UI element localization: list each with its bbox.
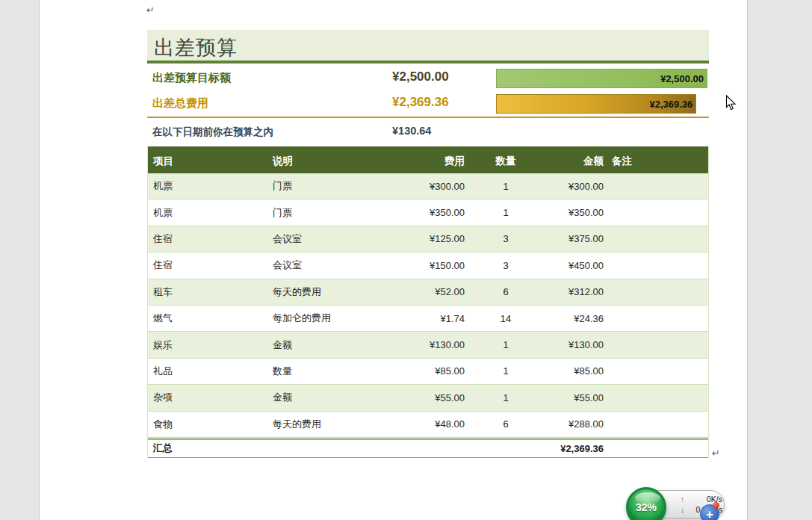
- table-row: 机票门票¥350.001¥350.00: [148, 199, 708, 226]
- table-body: 机票门票¥300.001¥300.00机票门票¥350.001¥350.00住宿…: [148, 173, 708, 438]
- budget-total-row: 出差总费用 ¥2,369.36 ¥2,369.36: [147, 93, 709, 115]
- budget-remaining-row: 在以下日期前你在预算之内 ¥130.64: [147, 123, 709, 140]
- cell-desc: 金额: [267, 338, 394, 352]
- cell-qty: 3: [465, 233, 547, 244]
- cell-desc: 会议室: [267, 232, 394, 246]
- cell-qty: 14: [465, 313, 547, 324]
- col-header-item: 项目: [148, 155, 267, 173]
- cell-item: 住宿: [148, 232, 267, 246]
- col-header-cost: 费用: [394, 155, 465, 173]
- download-arrow-icon: ↓: [681, 504, 684, 515]
- page-title: 出差预算: [154, 34, 238, 61]
- cell-amount: ¥450.00: [547, 260, 604, 271]
- cell-desc: 数量: [267, 365, 394, 378]
- budget-target-value: ¥2,500.00: [392, 69, 449, 84]
- budget-total-bar-label: ¥2,369.36: [649, 99, 692, 110]
- notification-dot-icon: [713, 502, 719, 509]
- cell-amount: ¥300.00: [547, 181, 604, 192]
- cell-desc: 每天的费用: [267, 418, 394, 431]
- paragraph-mark-top: ↵: [146, 5, 155, 15]
- col-header-amount: 金额: [547, 155, 604, 173]
- mouse-cursor: [725, 95, 737, 114]
- cell-cost: ¥48.00: [394, 418, 465, 430]
- budget-target-row: 出差预算目标额 ¥2,500.00 ¥2,500.00: [147, 67, 709, 90]
- total-row-label: 汇总: [148, 442, 267, 455]
- document-page: ↵ 出差预算 出差预算目标额 ¥2,500.00 ¥2,500.00 出差总费用…: [39, 0, 748, 520]
- table-row: 娱乐金额¥130.001¥130.00: [148, 332, 708, 358]
- cell-cost: ¥1.74: [394, 313, 465, 324]
- budget-remaining-value: ¥130.64: [392, 125, 431, 137]
- cell-qty: 6: [465, 418, 547, 430]
- cell-qty: 3: [465, 260, 547, 271]
- cell-item: 租车: [148, 285, 267, 299]
- table-row: 租车每天的费用¥52.006¥312.00: [148, 279, 708, 306]
- title-band: 出差预算: [147, 30, 709, 64]
- cell-cost: ¥125.00: [394, 233, 465, 244]
- col-header-desc: 说明: [267, 155, 394, 173]
- cell-amount: ¥375.00: [547, 233, 604, 244]
- cell-item: 燃气: [148, 312, 267, 325]
- upload-arrow-icon: ↑: [681, 494, 684, 504]
- cell-desc: 门票: [267, 206, 394, 220]
- ball-gloss-highlight: [635, 492, 660, 504]
- budget-target-bar-label: ¥2,500.00: [660, 73, 704, 84]
- col-header-qty: 数量: [465, 155, 547, 173]
- cell-amount: ¥350.00: [547, 207, 604, 218]
- paragraph-mark-bottom: ↵: [712, 448, 720, 458]
- table-row: 机票门票¥300.001¥300.00: [148, 173, 708, 199]
- cell-qty: 6: [465, 286, 547, 297]
- table-header-row: 项目 说明 费用 数量 金额 备注: [148, 146, 708, 173]
- budget-total-value: ¥2,369.36: [392, 95, 449, 110]
- cell-amount: ¥55.00: [547, 392, 604, 403]
- cell-cost: ¥350.00: [394, 207, 465, 218]
- cell-desc: 每加仑的费用: [267, 312, 394, 325]
- budget-total-databar: ¥2,369.36: [496, 94, 696, 114]
- table-row: 住宿会议室¥125.003¥375.00: [148, 226, 708, 253]
- total-row-amount: ¥2,369.36: [547, 443, 604, 454]
- cell-cost: ¥85.00: [394, 365, 465, 377]
- cell-cost: ¥52.00: [394, 286, 465, 297]
- budget-target-databar: ¥2,500.00: [496, 69, 707, 88]
- cell-desc: 金额: [267, 391, 394, 404]
- cell-item: 礼品: [148, 365, 267, 378]
- table-row: 杂项金额¥55.001¥55.00: [148, 385, 708, 411]
- cell-qty: 1: [465, 339, 547, 350]
- cell-desc: 每天的费用: [267, 285, 394, 299]
- table-total-row: 汇总 ¥2,369.36: [148, 438, 708, 458]
- cell-item: 住宿: [148, 259, 267, 272]
- cell-desc: 会议室: [267, 259, 394, 272]
- plus-icon: +: [706, 507, 713, 520]
- budget-total-label: 出差总费用: [152, 96, 208, 111]
- budget-target-bar-track: ¥2,500.00: [496, 69, 707, 88]
- cell-qty: 1: [465, 392, 547, 403]
- widget-add-button[interactable]: +: [700, 504, 719, 520]
- cell-cost: ¥150.00: [394, 260, 465, 271]
- cell-cost: ¥55.00: [394, 392, 465, 403]
- cell-cost: ¥130.00: [394, 339, 465, 350]
- table-row: 住宿会议室¥150.003¥450.00: [148, 253, 708, 279]
- cell-item: 食物: [148, 418, 267, 431]
- cell-amount: ¥288.00: [547, 418, 604, 430]
- budget-target-label: 出差预算目标额: [152, 71, 231, 85]
- cell-qty: 1: [465, 181, 547, 192]
- table-row: 燃气每加仑的费用¥1.7414¥24.36: [148, 306, 708, 332]
- cell-amount: ¥130.00: [547, 339, 604, 350]
- cell-item: 机票: [148, 179, 267, 193]
- cell-amount: ¥85.00: [547, 365, 604, 377]
- cell-item: 娱乐: [148, 338, 267, 352]
- table-row: 礼品数量¥85.001¥85.00: [148, 359, 708, 385]
- cell-amount: ¥312.00: [547, 286, 604, 297]
- cell-item: 机票: [148, 206, 267, 220]
- cell-amount: ¥24.36: [547, 313, 604, 324]
- cell-item: 杂项: [148, 391, 267, 404]
- cell-qty: 1: [465, 207, 547, 218]
- budget-table: 项目 说明 费用 数量 金额 备注 机票门票¥300.001¥300.00机票门…: [147, 146, 709, 458]
- cell-qty: 1: [465, 365, 547, 377]
- cell-desc: 门票: [267, 179, 394, 193]
- speed-widget: ↑ 0K/s ↓ 0.09K/s + 32%: [625, 486, 759, 520]
- gold-divider: [147, 117, 709, 118]
- col-header-note: 备注: [604, 155, 708, 173]
- cell-cost: ¥300.00: [394, 181, 465, 192]
- budget-total-bar-track: ¥2,369.36: [496, 94, 707, 114]
- table-row: 食物每天的费用¥48.006¥288.00: [148, 412, 708, 438]
